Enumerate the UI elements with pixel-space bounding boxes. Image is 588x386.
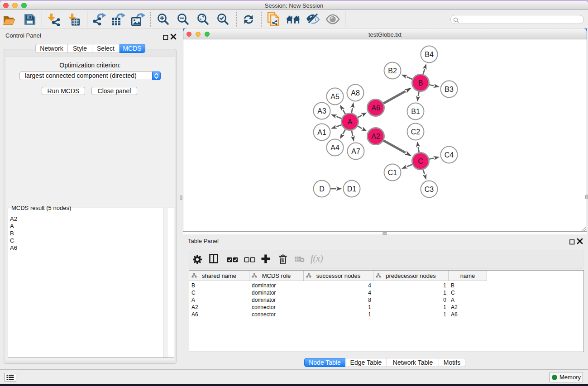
svg-text:A1: A1 bbox=[317, 129, 326, 136]
svg-text:B3: B3 bbox=[445, 86, 454, 93]
svg-text:D: D bbox=[319, 185, 325, 193]
svg-text:C: C bbox=[418, 157, 423, 165]
svg-text:B: B bbox=[418, 79, 423, 87]
svg-text:A8: A8 bbox=[351, 89, 360, 97]
svg-text:A6: A6 bbox=[371, 104, 380, 112]
svg-text:C4: C4 bbox=[445, 151, 454, 159]
svg-text:A3: A3 bbox=[317, 107, 326, 115]
svg-text:A2: A2 bbox=[371, 133, 380, 140]
svg-text:D1: D1 bbox=[347, 185, 357, 193]
svg-text:B2: B2 bbox=[388, 67, 397, 75]
svg-text:C3: C3 bbox=[425, 186, 434, 193]
svg-text:C1: C1 bbox=[388, 169, 397, 176]
svg-text:A4: A4 bbox=[330, 144, 339, 152]
svg-text:A7: A7 bbox=[351, 148, 360, 155]
svg-text:C2: C2 bbox=[411, 128, 421, 136]
svg-text:A5: A5 bbox=[330, 93, 339, 100]
svg-text:B4: B4 bbox=[425, 51, 434, 58]
svg-text:A: A bbox=[348, 118, 353, 126]
svg-text:B1: B1 bbox=[411, 108, 420, 115]
